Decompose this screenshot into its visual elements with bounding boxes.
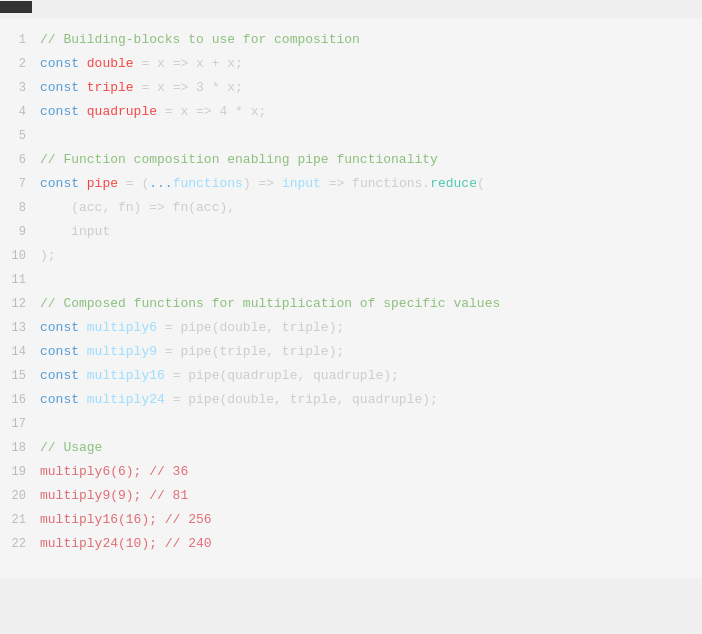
code-line: 11 bbox=[0, 268, 702, 292]
code-line: 19multiply6(6); // 36 bbox=[0, 460, 702, 484]
code-line: 3const triple = x => 3 * x; bbox=[0, 76, 702, 100]
code-line: 8 (acc, fn) => fn(acc), bbox=[0, 196, 702, 220]
line-number: 18 bbox=[4, 436, 40, 460]
line-code: // Building-blocks to use for compositio… bbox=[40, 28, 698, 52]
code-line: 10); bbox=[0, 244, 702, 268]
line-code: (acc, fn) => fn(acc), bbox=[40, 196, 698, 220]
title-bar bbox=[0, 0, 702, 18]
line-number: 15 bbox=[4, 364, 40, 388]
code-line: 18// Usage bbox=[0, 436, 702, 460]
line-number: 11 bbox=[4, 268, 40, 292]
line-code: ); bbox=[40, 244, 698, 268]
line-number: 21 bbox=[4, 508, 40, 532]
line-number: 19 bbox=[4, 460, 40, 484]
code-line: 20multiply9(9); // 81 bbox=[0, 484, 702, 508]
line-number: 9 bbox=[4, 220, 40, 244]
line-code: const double = x => x + x; bbox=[40, 52, 698, 76]
code-line: 15const multiply16 = pipe(quadruple, qua… bbox=[0, 364, 702, 388]
line-code: multiply16(16); // 256 bbox=[40, 508, 698, 532]
line-number: 2 bbox=[4, 52, 40, 76]
line-code: multiply24(10); // 240 bbox=[40, 532, 698, 556]
line-number: 10 bbox=[4, 244, 40, 268]
line-number: 20 bbox=[4, 484, 40, 508]
line-number: 12 bbox=[4, 292, 40, 316]
code-line: 14const multiply9 = pipe(triple, triple)… bbox=[0, 340, 702, 364]
line-code: input bbox=[40, 220, 698, 244]
code-line: 2const double = x => x + x; bbox=[0, 52, 702, 76]
line-number: 6 bbox=[4, 148, 40, 172]
code-line: 13const multiply6 = pipe(double, triple)… bbox=[0, 316, 702, 340]
line-number: 8 bbox=[4, 196, 40, 220]
line-code: multiply6(6); // 36 bbox=[40, 460, 698, 484]
line-number: 4 bbox=[4, 100, 40, 124]
line-number: 5 bbox=[4, 124, 40, 148]
line-code: // Composed functions for multiplication… bbox=[40, 292, 698, 316]
line-code: // Usage bbox=[40, 436, 698, 460]
code-line: 7const pipe = (...functions) => input =>… bbox=[0, 172, 702, 196]
line-number: 13 bbox=[4, 316, 40, 340]
code-line: 9 input bbox=[0, 220, 702, 244]
line-number: 3 bbox=[4, 76, 40, 100]
line-number: 16 bbox=[4, 388, 40, 412]
line-code: // Function composition enabling pipe fu… bbox=[40, 148, 698, 172]
line-number: 22 bbox=[4, 532, 40, 556]
line-code: const multiply16 = pipe(quadruple, quadr… bbox=[40, 364, 698, 388]
line-code: const pipe = (...functions) => input => … bbox=[40, 172, 698, 196]
title-text bbox=[0, 1, 32, 13]
code-line: 1// Building-blocks to use for compositi… bbox=[0, 28, 702, 52]
line-number: 14 bbox=[4, 340, 40, 364]
line-code: const triple = x => 3 * x; bbox=[40, 76, 698, 100]
code-line: 4const quadruple = x => 4 * x; bbox=[0, 100, 702, 124]
code-container: 1// Building-blocks to use for compositi… bbox=[0, 18, 702, 578]
line-code: const multiply24 = pipe(double, triple, … bbox=[40, 388, 698, 412]
line-number: 1 bbox=[4, 28, 40, 52]
line-code: const multiply6 = pipe(double, triple); bbox=[40, 316, 698, 340]
line-code: const quadruple = x => 4 * x; bbox=[40, 100, 698, 124]
code-line: 17 bbox=[0, 412, 702, 436]
code-line: 22multiply24(10); // 240 bbox=[0, 532, 702, 556]
line-code: multiply9(9); // 81 bbox=[40, 484, 698, 508]
code-line: 6// Function composition enabling pipe f… bbox=[0, 148, 702, 172]
line-number: 17 bbox=[4, 412, 40, 436]
line-number: 7 bbox=[4, 172, 40, 196]
code-line: 5 bbox=[0, 124, 702, 148]
line-code: const multiply9 = pipe(triple, triple); bbox=[40, 340, 698, 364]
code-line: 16const multiply24 = pipe(double, triple… bbox=[0, 388, 702, 412]
code-line: 21multiply16(16); // 256 bbox=[0, 508, 702, 532]
code-line: 12// Composed functions for multiplicati… bbox=[0, 292, 702, 316]
